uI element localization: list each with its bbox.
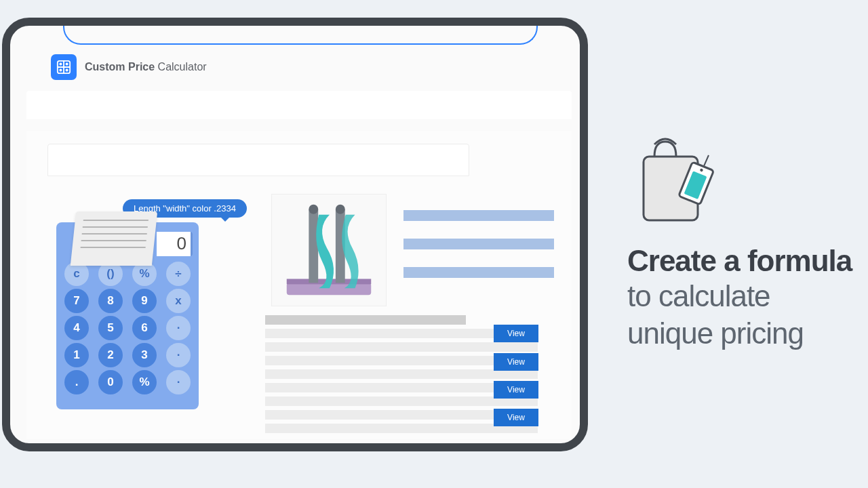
calc-key-6[interactable]: 6 [132,316,157,340]
svg-point-12 [336,205,345,214]
tablet-panel: Custom Price Calculator Length "width" c… [0,0,590,488]
tablet-frame: Custom Price Calculator Length "width" c… [2,18,588,451]
product-info-bars [403,210,554,296]
marketing-panel: Create a formula to calculate unique pri… [590,0,868,488]
view-button[interactable]: View [494,381,538,399]
info-bar [403,267,554,278]
app-title: Custom Price Calculator [85,61,207,73]
calc-key-5[interactable]: 5 [98,316,123,340]
calc-key-9[interactable]: 9 [132,289,157,313]
calc-key-÷[interactable]: ÷ [166,262,191,286]
svg-point-5 [60,69,61,70]
svg-point-6 [66,69,67,70]
list-item-line [265,369,538,379]
calculator-display: 0 [157,232,191,256]
calc-key-3[interactable]: 3 [132,343,157,367]
app-title-bold: Custom Price [85,61,155,73]
app-header: Custom Price Calculator [51,54,207,80]
calculator-body: 0 c()%÷789x456·123·.0%· [56,222,199,409]
calculator-keypad: c()%÷789x456·123·.0%· [56,262,199,394]
svg-point-3 [60,63,61,64]
svg-point-11 [309,205,318,214]
calc-key-1[interactable]: 1 [64,343,89,367]
browser-url-bar[interactable] [63,24,538,45]
info-bar [403,239,554,249]
headline-bold: Create a formula [627,245,868,277]
toolbar-placeholder [26,91,572,119]
view-button[interactable]: View [494,353,538,371]
calc-key-.[interactable]: . [64,370,89,394]
svg-rect-9 [309,209,318,283]
receipt-icon [71,211,157,266]
app-title-light: Calculator [155,61,206,73]
svg-line-17 [704,155,709,166]
calc-key-2[interactable]: 2 [98,343,123,367]
shopping-bag-icon [627,136,736,231]
info-bar [403,210,554,221]
calc-key-·[interactable]: · [166,343,191,367]
calc-key-8[interactable]: 8 [98,289,123,313]
svg-point-4 [66,63,67,64]
view-button[interactable]: View [494,409,538,426]
calc-key-7[interactable]: 7 [64,289,89,313]
calc-key-%[interactable]: % [132,370,157,394]
product-image [271,194,387,306]
headline-line-2: to calculate [627,277,868,314]
calc-key-4[interactable]: 4 [64,316,89,340]
headline-line-3: unique pricing [627,314,868,352]
calc-key-x[interactable]: x [166,289,191,313]
view-button[interactable]: View [494,325,538,342]
calc-key-·[interactable]: · [166,370,191,394]
calc-key-0[interactable]: 0 [98,370,123,394]
list-header-line [265,315,466,325]
list-item-line [265,342,538,352]
dropdown-placeholder[interactable] [47,144,469,176]
app-logo-icon [51,54,77,80]
calc-key-·[interactable]: · [166,316,191,340]
